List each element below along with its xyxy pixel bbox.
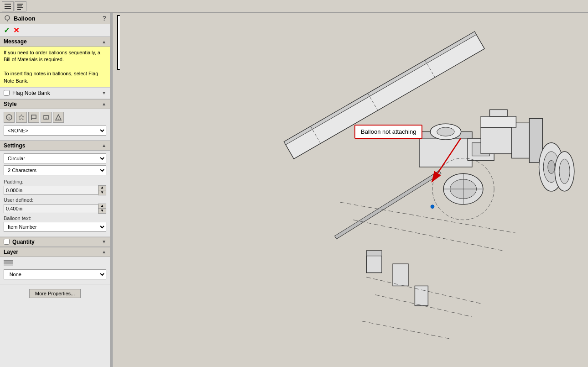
- svg-rect-17: [4, 260, 13, 262]
- settings-section-header: Settings ▲: [0, 141, 110, 151]
- user-defined-label: User defined:: [4, 197, 106, 203]
- svg-point-7: [5, 16, 10, 20]
- svg-rect-5: [17, 7, 23, 8]
- style-section-header: Style ▲: [0, 99, 110, 109]
- balloon-icon: [4, 15, 11, 22]
- settings-section: Circular Triangle Hexagon Flag 2 Charact…: [0, 151, 110, 237]
- user-defined-spinner: ▲ ▼: [98, 204, 106, 214]
- svg-point-33: [431, 205, 434, 209]
- user-defined-input[interactable]: [4, 204, 99, 213]
- confirm-button[interactable]: ✓: [4, 26, 10, 35]
- flag-note-expand-icon[interactable]: ▼: [102, 90, 106, 95]
- padding-row: ▲ ▼: [4, 185, 106, 195]
- more-properties-button[interactable]: More Properties...: [29, 289, 81, 298]
- quantity-expand-icon[interactable]: ▼: [102, 239, 106, 244]
- padding-label: Padding:: [4, 179, 106, 184]
- svg-rect-11: [31, 115, 36, 119]
- padding-up-btn[interactable]: ▲: [99, 186, 106, 190]
- layer-collapse-icon[interactable]: ▲: [102, 249, 106, 254]
- balloon-text-label: Balloon text:: [4, 215, 106, 221]
- svg-rect-49: [366, 251, 382, 256]
- svg-text:1: 1: [8, 116, 10, 120]
- style-none-select[interactable]: <NONE>: [4, 126, 106, 136]
- svg-rect-20: [120, 13, 581, 367]
- style-icon-5[interactable]: 1: [53, 112, 64, 123]
- style-section: 1 1 1 <NONE>: [0, 109, 110, 141]
- style-collapse-icon[interactable]: ▲: [102, 101, 106, 106]
- layer-section-label: Layer: [4, 249, 18, 255]
- padding-down-btn[interactable]: ▼: [99, 190, 106, 195]
- quantity-label: Quantity: [12, 239, 35, 245]
- balloon-text-select[interactable]: Item Number Custom Text Part Number: [4, 222, 106, 232]
- sidebar-title: Balloon: [14, 15, 36, 22]
- style-icon-4[interactable]: 1: [41, 112, 52, 123]
- message-text-line1: If you need to order balloons sequential…: [4, 50, 100, 62]
- padding-spinner: ▲ ▼: [98, 185, 106, 195]
- svg-rect-2: [5, 8, 11, 9]
- shape-select[interactable]: Circular Triangle Hexagon Flag: [4, 153, 106, 163]
- svg-rect-42: [489, 110, 507, 116]
- svg-rect-0: [5, 4, 11, 5]
- toolbar: [0, 0, 588, 13]
- svg-rect-50: [393, 264, 408, 286]
- style-icon-3[interactable]: [28, 112, 39, 123]
- svg-marker-10: [19, 115, 24, 120]
- message-section-label: Message: [4, 38, 27, 45]
- style-section-label: Style: [4, 101, 17, 107]
- quantity-checkbox[interactable]: [4, 239, 10, 245]
- user-defined-down-btn[interactable]: ▼: [99, 209, 106, 213]
- canvas-area[interactable]: 3: [113, 13, 588, 367]
- svg-rect-6: [17, 9, 21, 10]
- cancel-button[interactable]: ✕: [13, 26, 19, 35]
- confirm-row: ✓ ✕: [0, 24, 110, 37]
- padding-input[interactable]: [4, 186, 99, 195]
- layer-section-header: Layer ▲: [0, 247, 110, 257]
- svg-rect-38: [481, 127, 516, 154]
- characters-select[interactable]: 2 Characters 1 Character 3 Characters: [4, 165, 106, 175]
- user-defined-up-btn[interactable]: ▲: [99, 204, 106, 209]
- svg-rect-3: [17, 4, 23, 5]
- sidebar: Balloon ? ✓ ✕ Message ▲ If you need to o…: [0, 13, 110, 367]
- layer-section: -None-: [0, 257, 110, 284]
- message-text-line2: To insert flag notes in balloons, select…: [4, 71, 98, 83]
- message-collapse-icon[interactable]: ▲: [102, 39, 106, 44]
- style-icons-row: 1 1 1: [4, 112, 106, 123]
- cad-drawing: [113, 13, 588, 367]
- toolbar-btn-2[interactable]: [15, 1, 26, 11]
- user-defined-row: ▲ ▼: [4, 204, 106, 214]
- callout-text: Balloon not attaching: [361, 128, 416, 135]
- svg-point-47: [559, 159, 570, 184]
- toolbar-btn-1[interactable]: [2, 1, 14, 11]
- svg-rect-4: [17, 5, 22, 6]
- flag-note-row: Flag Note Bank ▼: [0, 88, 110, 99]
- svg-text:1: 1: [58, 117, 59, 120]
- svg-rect-1: [5, 6, 11, 7]
- svg-rect-18: [4, 262, 13, 264]
- message-section-header: Message ▲: [0, 37, 110, 47]
- flag-note-checkbox[interactable]: [4, 90, 10, 96]
- svg-point-45: [548, 160, 555, 173]
- layer-stack-icon: [4, 260, 13, 267]
- svg-text:1: 1: [45, 116, 47, 119]
- settings-collapse-icon[interactable]: ▲: [102, 143, 106, 148]
- settings-section-label: Settings: [4, 142, 25, 149]
- style-icon-1[interactable]: 1: [4, 112, 15, 123]
- style-icon-2[interactable]: [16, 112, 27, 123]
- message-box: If you need to order balloons sequential…: [0, 47, 110, 88]
- sidebar-header: Balloon ?: [0, 13, 110, 24]
- callout-box: Balloon not attaching: [354, 125, 422, 139]
- svg-rect-41: [481, 116, 516, 127]
- help-icon[interactable]: ?: [102, 15, 106, 22]
- flag-note-label: Flag Note Bank: [12, 90, 50, 96]
- main-container: Balloon ? ✓ ✕ Message ▲ If you need to o…: [0, 13, 588, 367]
- svg-rect-19: [4, 264, 13, 266]
- layer-select[interactable]: -None-: [4, 269, 106, 279]
- quantity-section-header: Quantity ▼: [0, 237, 110, 247]
- svg-point-31: [437, 127, 455, 136]
